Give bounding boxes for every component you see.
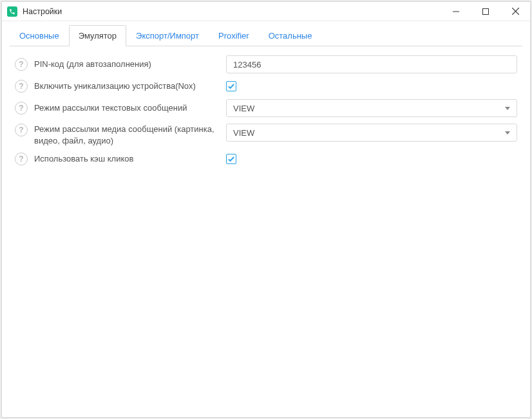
close-icon bbox=[512, 8, 519, 15]
help-icon[interactable]: ? bbox=[15, 80, 28, 93]
label-pin: PIN-код (для автозаполнения) bbox=[34, 59, 226, 70]
text-mode-select[interactable]: VIEW bbox=[226, 99, 517, 117]
window-title: Настройки bbox=[23, 7, 62, 16]
click-cache-checkbox[interactable] bbox=[226, 154, 236, 164]
media-mode-value: VIEW bbox=[233, 128, 254, 138]
label-text-mode: Режим рассылки текстовых сообщений bbox=[34, 102, 226, 114]
tab-bar: Основные Эмулятор Экспорт/Импорт Proxifi… bbox=[2, 21, 530, 46]
row-unique-device: ? Включить уникализацию устройства(Nox) bbox=[15, 80, 517, 93]
chevron-down-icon bbox=[505, 107, 510, 110]
check-icon bbox=[227, 155, 235, 163]
minimize-button[interactable] bbox=[441, 2, 471, 21]
tab-export-import[interactable]: Экспорт/Импорт bbox=[126, 25, 209, 46]
row-click-cache: ? Использовать кэш кликов bbox=[15, 153, 517, 165]
tab-other[interactable]: Остальные bbox=[259, 25, 322, 46]
text-mode-value: VIEW bbox=[233, 104, 254, 113]
maximize-button[interactable] bbox=[471, 2, 500, 21]
maximize-icon bbox=[482, 8, 489, 15]
help-icon[interactable]: ? bbox=[15, 124, 28, 136]
minimize-icon bbox=[453, 8, 459, 15]
pin-input[interactable] bbox=[226, 55, 517, 73]
row-pin: ? PIN-код (для автозаполнения) bbox=[15, 55, 517, 73]
tab-main[interactable]: Основные bbox=[10, 25, 69, 46]
help-icon[interactable]: ? bbox=[15, 58, 28, 71]
form-content: ? PIN-код (для автозаполнения) ? Включит… bbox=[2, 46, 530, 417]
label-click-cache: Использовать кэш кликов bbox=[34, 153, 226, 165]
unique-device-checkbox[interactable] bbox=[226, 81, 236, 91]
tab-emulator[interactable]: Эмулятор bbox=[69, 25, 126, 46]
help-icon[interactable]: ? bbox=[15, 153, 28, 165]
svg-rect-1 bbox=[483, 8, 489, 14]
label-unique-device: Включить уникализацию устройства(Nox) bbox=[34, 80, 226, 92]
close-button[interactable] bbox=[500, 2, 530, 21]
settings-window: Настройки Основные Эмулятор Экспорт/Импо… bbox=[1, 1, 531, 418]
app-icon bbox=[7, 6, 17, 17]
label-media-mode: Режим рассылки медиа сообщений (картинка… bbox=[34, 124, 226, 146]
row-media-mode: ? Режим рассылки медиа сообщений (картин… bbox=[15, 124, 517, 146]
help-icon[interactable]: ? bbox=[15, 102, 28, 115]
tab-proxifier[interactable]: Proxifier bbox=[209, 25, 259, 46]
check-icon bbox=[227, 82, 235, 90]
titlebar: Настройки bbox=[2, 2, 530, 21]
row-text-mode: ? Режим рассылки текстовых сообщений VIE… bbox=[15, 99, 517, 117]
media-mode-select[interactable]: VIEW bbox=[226, 124, 517, 142]
chevron-down-icon bbox=[505, 131, 510, 135]
